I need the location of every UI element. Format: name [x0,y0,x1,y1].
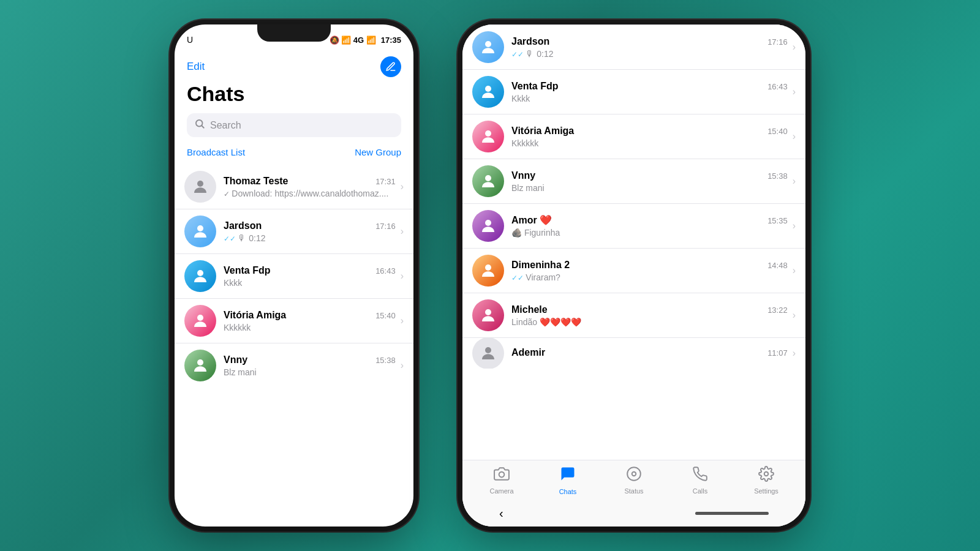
chat-name-row-r-vnny: Vnny 15:38 [511,170,788,181]
compose-button[interactable] [380,56,401,77]
chat-time-r-vnny: 15:38 [767,171,788,181]
status-right-left: 🔕 📶 4G 📶 17:35 [330,36,401,45]
edit-button[interactable]: Edit [187,61,205,73]
chat-preview-thomaz: ✓ Download: https://www.canaldothomaz...… [224,189,396,198]
svg-point-6 [197,359,203,365]
chat-time-r-amor: 15:35 [767,216,788,225]
back-button[interactable]: ‹ [499,506,503,520]
avatar-r-jardson [472,31,504,63]
avatar-r-ademir [472,338,504,369]
svg-point-15 [499,472,505,478]
chat-item-jardson[interactable]: Jardson 17:16 ✓✓ 🎙 0:12 › [175,209,413,254]
svg-point-12 [485,264,491,271]
chat-name-venta: Venta Fdp [224,265,270,276]
chat-time-r-vitoria: 15:40 [767,127,788,136]
chat-name-row-r-dimeninha: Dimeninha 2 14:48 [511,260,788,271]
chat-name-row-r-venta: Venta Fdp 16:43 [511,81,788,92]
app-header-left: Edit Chats Search [175,51,413,165]
chevron-r-vnny: › [793,176,796,187]
search-bar-left[interactable]: Search [187,113,401,137]
carrier-left: U [187,35,193,45]
svg-line-1 [202,126,203,127]
svg-point-14 [485,347,491,353]
chevron-r-michele: › [793,310,796,321]
chat-preview-r-vnny: Blz mani [511,183,788,193]
home-indicator-right [695,512,769,515]
chat-preview-vitoria: Kkkkkk [224,323,396,332]
chat-item-r-ademir[interactable]: Ademir 11:07 › [462,338,805,369]
chat-item-r-amor[interactable]: Amor ❤️ 15:35 🪨 Figurinha › [462,204,805,249]
chevron-r-amor: › [793,220,796,231]
search-placeholder-left: Search [210,120,241,131]
nav-item-status[interactable]: Status [616,466,652,495]
chat-name-row-vitoria: Vitória Amiga 15:40 [224,310,396,321]
chat-name-vnny: Vnny [224,354,247,365]
nav-item-chats[interactable]: Chats [549,465,586,495]
svg-point-13 [485,309,491,315]
nav-item-settings[interactable]: Settings [748,466,785,495]
nav-item-camera[interactable]: Camera [483,466,520,495]
chevron-r-venta: › [793,86,796,97]
chat-item-r-jardson[interactable]: Jardson 17:16 ✓✓ 🎙 0:12 › [462,24,805,70]
chat-item-r-dimeninha[interactable]: Dimeninha 2 14:48 ✓✓ Viraram? › [462,249,805,293]
chat-info-jardson: Jardson 17:16 ✓✓ 🎙 0:12 [224,220,396,243]
chat-name-row-r-michele: Michele 13:22 [511,304,788,315]
chat-item-r-vnny[interactable]: Vnny 15:38 Blz mani › [462,159,805,204]
chat-item-r-michele[interactable]: Michele 13:22 Lindão ❤️❤️❤️❤️ › [462,293,805,338]
svg-point-2 [197,181,203,187]
chat-preview-r-venta: Kkkk [511,94,788,103]
phone-left: U 🔕 📶 4G 📶 17:35 Edit Chats [175,24,413,527]
chat-info-r-dimeninha: Dimeninha 2 14:48 ✓✓ Viraram? [511,260,788,282]
phone-right: Jardson 17:16 ✓✓ 🎙 0:12 › [462,24,805,527]
chat-name-row-venta: Venta Fdp 16:43 [224,265,396,276]
svg-point-10 [485,175,491,181]
chat-item-thomaz[interactable]: Thomaz Teste 17:31 ✓ Download: https://w… [175,165,413,209]
new-group-button[interactable]: New Group [355,147,401,157]
chat-name-r-vnny: Vnny [511,170,535,181]
chat-info-vitoria: Vitória Amiga 15:40 Kkkkkk [224,310,396,332]
svg-point-5 [197,315,203,321]
chat-info-r-ademir: Ademir 11:07 [511,347,788,360]
avatar-vnny [184,350,216,381]
nav-item-calls[interactable]: Calls [682,466,718,495]
scrolled-chat-list: Jardson 17:16 ✓✓ 🎙 0:12 › [462,24,805,460]
chevron-jardson: › [401,226,404,237]
broadcast-list-button[interactable]: Broadcast List [187,147,245,157]
time-left: 17:35 [381,36,401,45]
chat-name-r-michele: Michele [511,304,548,315]
camera-icon [494,466,510,485]
android-nav-bar: ‹ [462,503,805,527]
status-icon [626,466,642,485]
chat-name-row-vnny: Vnny 15:38 [224,354,396,365]
phone-right-inner: Jardson 17:16 ✓✓ 🎙 0:12 › [462,24,805,527]
chat-time-r-venta: 16:43 [767,82,788,91]
chat-name-row-thomaz: Thomaz Teste 17:31 [224,176,396,187]
chat-time-r-jardson: 17:16 [767,37,788,47]
chat-name-row-r-ademir: Ademir 11:07 [511,347,788,358]
chat-time-jardson: 17:16 [375,222,396,231]
settings-icon [758,466,774,485]
chevron-r-vitoria: › [793,131,796,142]
chat-item-r-vitoria[interactable]: Vitória Amiga 15:40 Kkkkkk › [462,114,805,159]
svg-point-11 [485,220,491,226]
avatar-vitoria [184,305,216,337]
chat-name-row-jardson: Jardson 17:16 [224,220,396,231]
svg-point-4 [197,270,203,276]
chat-item-r-venta[interactable]: Venta Fdp 16:43 Kkkk › [462,70,805,114]
chat-info-thomaz: Thomaz Teste 17:31 ✓ Download: https://w… [224,176,396,198]
chat-preview-vnny: Blz mani [224,367,396,377]
avatar-jardson [184,216,216,247]
avatar-r-dimeninha [472,255,504,287]
chat-item-vitoria[interactable]: Vitória Amiga 15:40 Kkkkkk › [175,299,413,343]
chat-item-venta[interactable]: Venta Fdp 16:43 Kkkk › [175,254,413,299]
svg-point-17 [632,472,636,476]
svg-point-3 [197,225,203,231]
chats-title-row: Chats [187,82,401,106]
chat-info-r-amor: Amor ❤️ 15:35 🪨 Figurinha [511,214,788,238]
chat-info-r-venta: Venta Fdp 16:43 Kkkk [511,81,788,103]
chat-item-vnny[interactable]: Vnny 15:38 Blz mani › [175,343,413,388]
chevron-r-dimeninha: › [793,265,796,276]
quick-actions-left: Broadcast List New Group [187,144,401,162]
signal-icons-left: 🔕 📶 4G 📶 [330,36,376,45]
chat-name-r-amor: Amor ❤️ [511,214,552,226]
